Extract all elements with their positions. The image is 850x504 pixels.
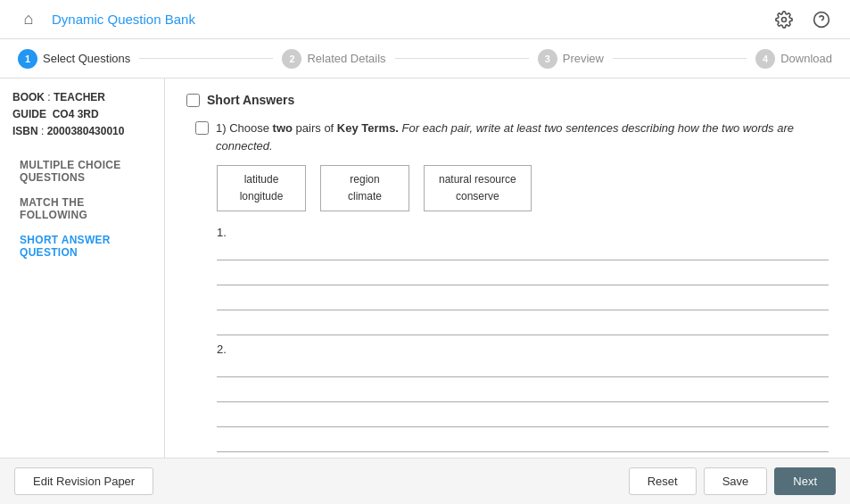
step-2[interactable]: 2 Related Details [282,49,385,69]
answer-1-number: 1. [217,226,829,239]
step-4-label: Download [780,52,832,65]
question-1-block: 1) Choose two pairs of Key Terms. For ea… [195,120,829,452]
step-1[interactable]: 1 Select Questions [18,49,130,69]
section-checkbox[interactable] [186,94,200,107]
isbn-value: 2000380430010 [47,125,125,137]
step-divider-3 [613,58,747,59]
reset-button[interactable]: Reset [629,467,697,495]
key-term-1: latitude longitude [217,165,306,211]
header-icons [770,5,836,34]
step-divider-2 [395,58,529,59]
key-term-3: natural resource conserve [424,165,532,211]
step-divider-1 [139,58,273,59]
app-title: Dynamic Question Bank [52,12,195,27]
key-term-3-line2: conserve [439,188,516,205]
key-term-2-line1: region [335,171,394,188]
sidebar-item-saq[interactable]: SHORT ANSWER QUESTION [12,228,152,264]
question-1-text: 1) Choose two pairs of Key Terms. For ea… [216,120,829,154]
book-label: BOOK [12,91,45,103]
answer-2-number: 2. [217,343,829,356]
step-1-circle: 1 [18,49,37,69]
key-term-1-line2: longitude [232,188,291,205]
section-title: Short Answers [207,93,294,107]
sidebar: BOOK : TEACHER GUIDE CO4 3RD ISBN : 2000… [0,78,165,458]
step-3-circle: 3 [538,49,557,69]
sidebar-item-mcq[interactable]: MULTIPLE CHOICE QUESTIONS [12,153,152,189]
step-3-label: Preview [563,52,604,65]
settings-icon[interactable] [770,5,798,34]
step-4-circle: 4 [755,49,775,69]
answer-line-2-3 [217,409,829,427]
answer-line-1-4 [217,318,829,335]
question-1-checkbox[interactable] [195,121,209,135]
step-3[interactable]: 3 Preview [538,49,604,69]
answer-set-1: 1. [217,226,829,335]
save-button[interactable]: Save [704,467,768,495]
answer-line-2-1 [217,359,829,377]
steps-bar: 1 Select Questions 2 Related Details 3 P… [0,39,850,78]
footer: Edit Revision Paper Reset Save Next [0,458,850,504]
book-code: CO4 3RD [53,108,99,120]
isbn-label: ISBN [12,125,38,137]
step-2-label: Related Details [307,52,385,65]
answer-set-2: 2. [217,343,829,452]
question-1-row: 1) Choose two pairs of Key Terms. For ea… [195,120,829,154]
sidebar-nav: MULTIPLE CHOICE QUESTIONS MATCH THE FOLL… [12,153,152,264]
section-header: Short Answers [186,93,829,107]
answer-line-1-2 [217,268,829,285]
step-4[interactable]: 4 Download [755,49,832,69]
svg-point-0 [782,17,787,21]
header-left: ⌂ Dynamic Question Bank [14,5,195,34]
book-info: BOOK : TEACHER GUIDE CO4 3RD ISBN : 2000… [12,89,152,141]
main-layout: BOOK : TEACHER GUIDE CO4 3RD ISBN : 2000… [0,78,850,458]
sidebar-item-match[interactable]: MATCH THE FOLLOWING [12,191,152,227]
key-terms: latitude longitude region climate natura… [217,165,829,211]
step-2-circle: 2 [282,49,301,69]
key-term-2-line2: climate [335,188,394,205]
key-term-2: region climate [320,165,409,211]
key-term-3-line1: natural resource [439,171,516,188]
help-icon[interactable] [807,5,836,34]
footer-left: Edit Revision Paper [14,467,153,495]
next-button[interactable]: Next [774,467,836,495]
answer-line-2-4 [217,434,829,452]
answer-line-1-3 [217,293,829,310]
edit-revision-button[interactable]: Edit Revision Paper [14,467,153,495]
key-term-1-line1: latitude [232,171,291,188]
answer-line-2-2 [217,384,829,402]
answer-line-1-1 [217,243,829,260]
step-1-label: Select Questions [43,52,130,65]
footer-right: Reset Save Next [629,467,836,495]
home-icon[interactable]: ⌂ [14,5,43,34]
content: Short Answers 1) Choose two pairs of Key… [165,78,850,458]
header: ⌂ Dynamic Question Bank [0,0,850,39]
